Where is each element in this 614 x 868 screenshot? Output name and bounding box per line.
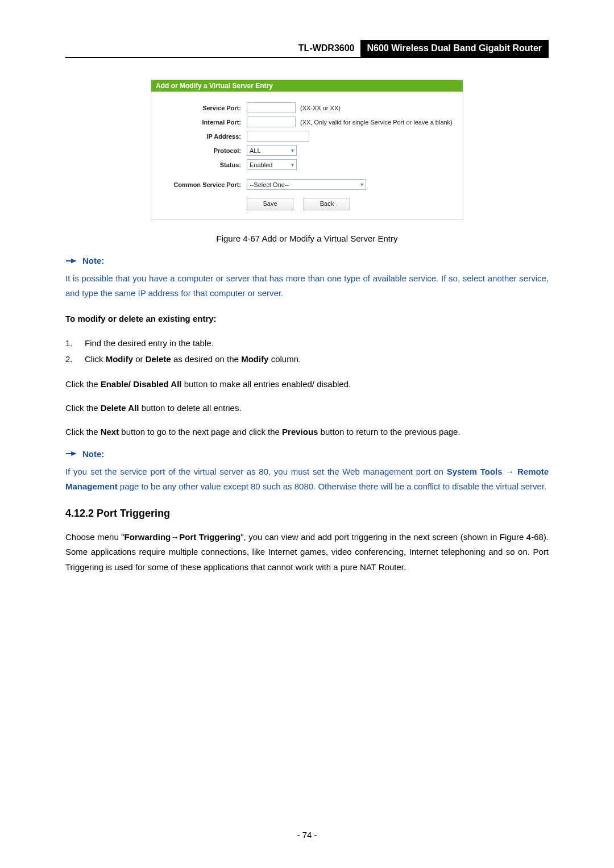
chevron-down-icon: ▾ xyxy=(291,148,294,153)
figure-caption: Figure 4-67 Add or Modify a Virtual Serv… xyxy=(65,234,549,243)
enable-all-para: Click the Enable/ Disabled All button to… xyxy=(65,377,549,392)
select-protocol-value: ALL xyxy=(250,147,261,154)
row-internal-port: Internal Port: (XX, Only valid for singl… xyxy=(159,117,455,127)
label-ip-address: IP Address: xyxy=(159,133,247,140)
hint-service-port: (XX-XX or XX) xyxy=(300,105,341,111)
save-button[interactable]: Save xyxy=(247,198,293,210)
select-status-value: Enabled xyxy=(250,161,272,168)
note-label: Note: xyxy=(82,449,104,459)
steps-list: Find the desired entry in the table. Cli… xyxy=(65,335,549,368)
model-number: TL-WDR3600 xyxy=(298,40,360,57)
chevron-down-icon: ▾ xyxy=(360,182,363,188)
virtual-server-panel: Add or Modify a Virtual Server Entry Ser… xyxy=(151,80,463,220)
input-internal-port[interactable] xyxy=(247,117,296,127)
panel-title: Add or Modify a Virtual Server Entry xyxy=(151,80,463,92)
select-protocol[interactable]: ALL ▾ xyxy=(247,145,297,156)
label-status: Status: xyxy=(159,161,247,168)
button-row: Save Back xyxy=(159,198,455,210)
modify-heading: To modify or delete an existing entry: xyxy=(65,312,549,326)
pointing-hand-icon xyxy=(65,257,78,265)
select-common-service-port-value: --Select One-- xyxy=(250,181,289,188)
label-internal-port: Internal Port: xyxy=(159,119,247,126)
input-service-port[interactable] xyxy=(247,102,296,113)
pointing-hand-icon xyxy=(65,450,78,458)
note-text-1: It is possible that you have a computer … xyxy=(65,271,549,301)
label-protocol: Protocol: xyxy=(159,147,247,154)
select-common-service-port[interactable]: --Select One-- ▾ xyxy=(247,179,366,190)
note-text-2: If you set the service port of the virtu… xyxy=(65,464,549,495)
row-common-service-port: Common Service Port: --Select One-- ▾ xyxy=(159,179,455,190)
note-heading: Note: xyxy=(65,256,549,265)
back-button[interactable]: Back xyxy=(304,198,350,210)
hint-internal-port: (XX, Only valid for single Service Port … xyxy=(300,119,453,126)
label-service-port: Service Port: xyxy=(159,105,247,111)
chevron-down-icon: ▾ xyxy=(291,162,294,168)
step-2: Click Modify or Delete as desired on the… xyxy=(65,351,549,368)
label-common-service-port: Common Service Port: xyxy=(159,181,247,188)
row-protocol: Protocol: ALL ▾ xyxy=(159,145,455,156)
product-title: N600 Wireless Dual Band Gigabit Router xyxy=(360,40,549,57)
section-paragraph: Choose menu "Forwarding→Port Triggering"… xyxy=(65,530,549,575)
note-heading-2: Note: xyxy=(65,449,549,459)
note-label: Note: xyxy=(82,256,104,265)
next-prev-para: Click the Next button to go to the next … xyxy=(65,425,549,439)
section-heading: 4.12.2 Port Triggering xyxy=(65,508,549,520)
page-number: - 74 - xyxy=(0,830,614,840)
input-ip-address[interactable] xyxy=(247,131,309,142)
row-service-port: Service Port: (XX-XX or XX) xyxy=(159,102,455,113)
delete-all-para: Click the Delete All button to delete al… xyxy=(65,401,549,416)
row-ip-address: IP Address: xyxy=(159,131,455,142)
doc-header: TL-WDR3600 N600 Wireless Dual Band Gigab… xyxy=(65,40,549,58)
step-1: Find the desired entry in the table. xyxy=(65,335,549,352)
arrow-icon: → xyxy=(503,467,517,476)
arrow-icon: → xyxy=(171,532,179,542)
row-status: Status: Enabled ▾ xyxy=(159,159,455,170)
select-status[interactable]: Enabled ▾ xyxy=(247,159,297,170)
